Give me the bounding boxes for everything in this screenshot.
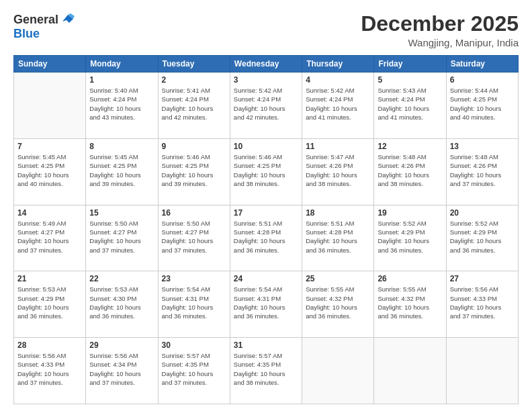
day-info: Sunrise: 5:52 AMSunset: 4:29 PMDaylight:… — [450, 219, 515, 255]
day-header-monday: Monday — [86, 56, 158, 73]
day-number: 10 — [234, 142, 298, 151]
day-header-tuesday: Tuesday — [158, 56, 230, 73]
month-title: December 2025 — [361, 12, 519, 36]
calendar-cell: 17Sunrise: 5:51 AMSunset: 4:28 PMDayligh… — [230, 205, 302, 271]
day-header-wednesday: Wednesday — [230, 56, 302, 73]
calendar-cell: 16Sunrise: 5:50 AMSunset: 4:27 PMDayligh… — [158, 205, 230, 271]
day-info: Sunrise: 5:40 AMSunset: 4:24 PMDaylight:… — [89, 86, 154, 122]
day-number: 17 — [234, 208, 298, 218]
day-number: 7 — [17, 142, 82, 151]
calendar-cell — [446, 338, 518, 404]
day-info: Sunrise: 5:46 AMSunset: 4:25 PMDaylight:… — [234, 152, 298, 188]
day-number: 27 — [450, 274, 515, 283]
calendar-week-row: 1Sunrise: 5:40 AMSunset: 4:24 PMDaylight… — [14, 73, 519, 139]
day-number: 23 — [162, 274, 226, 283]
calendar-cell: 7Sunrise: 5:45 AMSunset: 4:25 PMDaylight… — [14, 138, 86, 205]
day-info: Sunrise: 5:42 AMSunset: 4:24 PMDaylight:… — [306, 86, 370, 122]
calendar-cell: 9Sunrise: 5:46 AMSunset: 4:25 PMDaylight… — [158, 138, 230, 205]
calendar-week-row: 7Sunrise: 5:45 AMSunset: 4:25 PMDaylight… — [14, 138, 519, 205]
day-info: Sunrise: 5:51 AMSunset: 4:28 PMDaylight:… — [306, 219, 370, 255]
day-number: 14 — [17, 208, 82, 218]
calendar-cell: 10Sunrise: 5:46 AMSunset: 4:25 PMDayligh… — [230, 138, 302, 205]
calendar-cell: 27Sunrise: 5:56 AMSunset: 4:33 PMDayligh… — [446, 271, 518, 338]
calendar-cell: 11Sunrise: 5:47 AMSunset: 4:26 PMDayligh… — [302, 138, 374, 205]
day-info: Sunrise: 5:45 AMSunset: 4:25 PMDaylight:… — [89, 152, 154, 188]
calendar-cell: 20Sunrise: 5:52 AMSunset: 4:29 PMDayligh… — [446, 205, 518, 271]
day-number: 16 — [162, 208, 226, 218]
day-number: 8 — [89, 142, 154, 151]
day-number: 11 — [306, 142, 370, 151]
day-info: Sunrise: 5:41 AMSunset: 4:24 PMDaylight:… — [162, 86, 226, 122]
day-info: Sunrise: 5:53 AMSunset: 4:30 PMDaylight:… — [89, 285, 154, 320]
day-number: 5 — [378, 75, 442, 85]
calendar-cell: 25Sunrise: 5:55 AMSunset: 4:32 PMDayligh… — [302, 271, 374, 338]
calendar-cell: 21Sunrise: 5:53 AMSunset: 4:29 PMDayligh… — [14, 271, 86, 338]
day-number: 19 — [378, 208, 442, 218]
day-info: Sunrise: 5:50 AMSunset: 4:27 PMDaylight:… — [89, 219, 154, 255]
day-number: 31 — [234, 340, 298, 350]
calendar-cell: 19Sunrise: 5:52 AMSunset: 4:29 PMDayligh… — [374, 205, 446, 271]
calendar-week-row: 21Sunrise: 5:53 AMSunset: 4:29 PMDayligh… — [14, 271, 519, 338]
day-number: 4 — [306, 75, 370, 85]
day-number: 6 — [450, 75, 515, 85]
day-info: Sunrise: 5:54 AMSunset: 4:31 PMDaylight:… — [162, 285, 226, 320]
day-info: Sunrise: 5:48 AMSunset: 4:26 PMDaylight:… — [450, 152, 515, 188]
calendar-cell: 13Sunrise: 5:48 AMSunset: 4:26 PMDayligh… — [446, 138, 518, 205]
header: General Blue December 2025 Wangjing, Man… — [13, 12, 519, 48]
day-info: Sunrise: 5:42 AMSunset: 4:24 PMDaylight:… — [234, 86, 298, 122]
day-info: Sunrise: 5:53 AMSunset: 4:29 PMDaylight:… — [17, 285, 82, 320]
day-info: Sunrise: 5:43 AMSunset: 4:24 PMDaylight:… — [378, 86, 442, 122]
day-info: Sunrise: 5:56 AMSunset: 4:33 PMDaylight:… — [17, 351, 82, 387]
day-number: 9 — [162, 142, 226, 151]
day-info: Sunrise: 5:51 AMSunset: 4:28 PMDaylight:… — [234, 219, 298, 255]
calendar-week-row: 28Sunrise: 5:56 AMSunset: 4:33 PMDayligh… — [14, 338, 519, 404]
day-number: 30 — [162, 340, 226, 350]
calendar-header-row: SundayMondayTuesdayWednesdayThursdayFrid… — [14, 56, 519, 73]
calendar-cell: 4Sunrise: 5:42 AMSunset: 4:24 PMDaylight… — [302, 73, 374, 139]
day-number: 20 — [450, 208, 515, 218]
calendar-week-row: 14Sunrise: 5:49 AMSunset: 4:27 PMDayligh… — [14, 205, 519, 271]
day-number: 21 — [17, 274, 82, 283]
day-info: Sunrise: 5:47 AMSunset: 4:26 PMDaylight:… — [306, 152, 370, 188]
day-number: 26 — [378, 274, 442, 283]
day-number: 22 — [89, 274, 154, 283]
calendar-cell — [302, 338, 374, 404]
day-number: 25 — [306, 274, 370, 283]
calendar-cell: 3Sunrise: 5:42 AMSunset: 4:24 PMDaylight… — [230, 73, 302, 139]
calendar-cell: 6Sunrise: 5:44 AMSunset: 4:25 PMDaylight… — [446, 73, 518, 139]
day-number: 13 — [450, 142, 515, 151]
calendar-cell: 31Sunrise: 5:57 AMSunset: 4:35 PMDayligh… — [230, 338, 302, 404]
day-number: 24 — [234, 274, 298, 283]
calendar-cell: 2Sunrise: 5:41 AMSunset: 4:24 PMDaylight… — [158, 73, 230, 139]
title-section: December 2025 Wangjing, Manipur, India — [361, 12, 519, 48]
day-number: 3 — [234, 75, 298, 85]
logo: General Blue — [13, 12, 75, 41]
day-info: Sunrise: 5:56 AMSunset: 4:33 PMDaylight:… — [450, 285, 515, 320]
day-header-sunday: Sunday — [14, 56, 86, 73]
day-number: 1 — [89, 75, 154, 85]
day-info: Sunrise: 5:45 AMSunset: 4:25 PMDaylight:… — [17, 152, 82, 188]
page: General Blue December 2025 Wangjing, Man… — [0, 0, 532, 411]
calendar-cell: 28Sunrise: 5:56 AMSunset: 4:33 PMDayligh… — [14, 338, 86, 404]
logo-general-text: General — [13, 13, 58, 27]
calendar-cell: 26Sunrise: 5:55 AMSunset: 4:32 PMDayligh… — [374, 271, 446, 338]
day-info: Sunrise: 5:57 AMSunset: 4:35 PMDaylight:… — [234, 351, 298, 387]
day-info: Sunrise: 5:52 AMSunset: 4:29 PMDaylight:… — [378, 219, 442, 255]
calendar-cell: 12Sunrise: 5:48 AMSunset: 4:26 PMDayligh… — [374, 138, 446, 205]
day-info: Sunrise: 5:46 AMSunset: 4:25 PMDaylight:… — [162, 152, 226, 188]
day-info: Sunrise: 5:44 AMSunset: 4:25 PMDaylight:… — [450, 86, 515, 122]
day-info: Sunrise: 5:49 AMSunset: 4:27 PMDaylight:… — [17, 219, 82, 255]
day-header-saturday: Saturday — [446, 56, 518, 73]
calendar-cell: 29Sunrise: 5:56 AMSunset: 4:34 PMDayligh… — [86, 338, 158, 404]
day-header-thursday: Thursday — [302, 56, 374, 73]
day-number: 18 — [306, 208, 370, 218]
day-info: Sunrise: 5:55 AMSunset: 4:32 PMDaylight:… — [378, 285, 442, 320]
calendar-cell — [14, 73, 86, 139]
day-number: 29 — [89, 340, 154, 350]
calendar-cell: 23Sunrise: 5:54 AMSunset: 4:31 PMDayligh… — [158, 271, 230, 338]
calendar-cell: 5Sunrise: 5:43 AMSunset: 4:24 PMDaylight… — [374, 73, 446, 139]
day-number: 12 — [378, 142, 442, 151]
calendar-cell: 14Sunrise: 5:49 AMSunset: 4:27 PMDayligh… — [14, 205, 86, 271]
calendar-cell: 15Sunrise: 5:50 AMSunset: 4:27 PMDayligh… — [86, 205, 158, 271]
calendar-cell: 8Sunrise: 5:45 AMSunset: 4:25 PMDaylight… — [86, 138, 158, 205]
